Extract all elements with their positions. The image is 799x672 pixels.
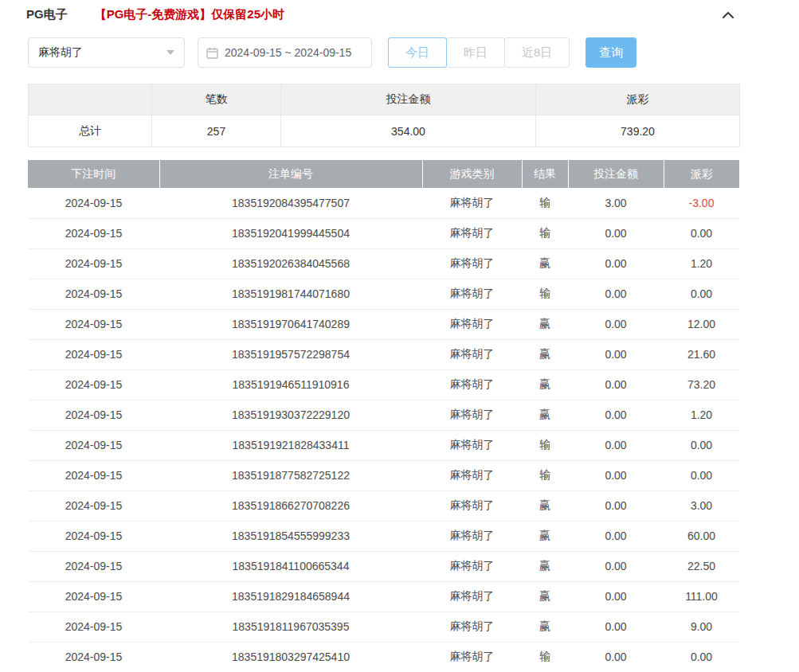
order-id-cell: 1835191930372229120: [159, 400, 422, 430]
bet-date-cell: 2024-09-15: [28, 490, 159, 521]
order-id-cell: 1835191803297425410: [159, 642, 422, 672]
bet-date-cell: 2024-09-15: [28, 279, 159, 309]
quick-range-group: 今日 昨日 近8日: [388, 37, 569, 68]
summary-header-row: 笔数 投注金额 派彩: [29, 84, 740, 115]
bet-date-cell: 2024-09-15: [28, 188, 159, 218]
table-row: 2024-09-151835191946511910916麻将胡了赢0.0073…: [28, 369, 739, 400]
table-row: 2024-09-151835191854555999233麻将胡了赢0.0060…: [28, 521, 739, 551]
bet-date-cell: 2024-09-15: [28, 460, 159, 490]
summary-total-payout: 739.20: [536, 115, 740, 147]
payout-cell: 60.00: [664, 521, 739, 551]
result-cell: 赢: [522, 309, 568, 339]
bet-amount-cell: 0.00: [568, 460, 664, 490]
table-row: 2024-09-151835191803297425410麻将胡了输0.000.…: [28, 642, 739, 672]
game-type-cell: 麻将胡了: [422, 551, 522, 581]
summary-total-label: 总计: [29, 115, 152, 147]
table-row: 2024-09-151835191970641740289麻将胡了赢0.0012…: [28, 309, 739, 339]
table-row: 2024-09-151835192084395477507麻将胡了输3.00-3…: [28, 188, 739, 218]
order-id-cell: 1835191866270708226: [159, 490, 422, 521]
result-cell: 输: [522, 642, 568, 672]
bet-table-header-row: 下注时间 注单编号 游戏类别 结果 投注金额 派彩: [28, 160, 739, 188]
order-id-cell: 1835191981744071680: [159, 279, 422, 309]
game-type-cell: 麻将胡了: [422, 642, 522, 672]
result-cell: 赢: [522, 339, 568, 369]
table-row: 2024-09-151835191921828433411麻将胡了输0.000.…: [28, 430, 739, 460]
payout-cell: 12.00: [664, 309, 739, 339]
bet-date-cell: 2024-09-15: [28, 611, 159, 642]
panel-notice: 【PG电子-免费游戏】仅保留25小时: [95, 7, 284, 22]
order-id-cell: 1835191957572298754: [159, 339, 422, 369]
bet-amount-cell: 0.00: [568, 490, 664, 521]
game-type-cell: 麻将胡了: [422, 430, 522, 460]
payout-cell: 0.00: [664, 642, 739, 672]
game-select[interactable]: 麻将胡了: [28, 37, 185, 68]
order-id-cell: 1835191921828433411: [159, 430, 422, 460]
result-cell: 输: [522, 460, 568, 490]
result-cell: 输: [522, 279, 568, 309]
result-cell: 赢: [522, 248, 568, 279]
order-id-cell: 1835192026384045568: [159, 248, 422, 279]
summary-total-bet-amount: 354.00: [281, 115, 536, 147]
payout-cell: 73.20: [664, 369, 739, 400]
bet-amount-cell: 0.00: [568, 400, 664, 430]
payout-cell: 3.00: [664, 490, 739, 521]
order-id-cell: 1835191946511910916: [159, 369, 422, 400]
order-id-cell: 1835191854555999233: [159, 521, 422, 551]
search-button[interactable]: 查询: [586, 37, 636, 68]
summary-header-bet-amount: 投注金额: [281, 84, 536, 115]
bet-date-cell: 2024-09-15: [28, 551, 159, 581]
quick-button-today[interactable]: 今日: [388, 37, 447, 68]
game-type-cell: 麻将胡了: [422, 581, 522, 611]
game-type-cell: 麻将胡了: [422, 521, 522, 551]
table-row: 2024-09-151835191957572298754麻将胡了赢0.0021…: [28, 339, 739, 369]
quick-button-last8days[interactable]: 近8日: [504, 37, 570, 68]
chevron-down-icon: [166, 50, 174, 55]
game-type-cell: 麻将胡了: [422, 490, 522, 521]
game-type-cell: 麻将胡了: [422, 460, 522, 490]
bet-amount-cell: 3.00: [568, 188, 664, 218]
table-row: 2024-09-151835191930372229120麻将胡了赢0.001.…: [28, 400, 739, 430]
order-id-cell: 1835192084395477507: [159, 188, 422, 218]
bet-amount-cell: 0.00: [568, 248, 664, 279]
header-result: 结果: [522, 160, 568, 188]
bet-date-cell: 2024-09-15: [28, 581, 159, 611]
payout-cell: 1.20: [664, 248, 739, 279]
collapse-panel-button[interactable]: [721, 9, 735, 21]
order-id-cell: 1835191970641740289: [159, 309, 422, 339]
bet-date-cell: 2024-09-15: [28, 339, 159, 369]
bet-amount-cell: 0.00: [568, 339, 664, 369]
summary-header-count: 笔数: [152, 84, 281, 115]
bet-amount-cell: 0.00: [568, 521, 664, 551]
date-range-value: 2024-09-15 ~ 2024-09-15: [225, 46, 351, 59]
payout-cell: 21.60: [664, 339, 739, 369]
bet-date-cell: 2024-09-15: [28, 309, 159, 339]
result-cell: 赢: [522, 369, 568, 400]
result-cell: 输: [522, 430, 568, 460]
order-id-cell: 1835191811967035395: [159, 611, 422, 642]
payout-cell: 0.00: [664, 218, 739, 248]
bet-amount-cell: 0.00: [568, 642, 664, 672]
game-type-cell: 麻将胡了: [422, 218, 522, 248]
bet-date-cell: 2024-09-15: [28, 369, 159, 400]
summary-header-empty: [29, 84, 152, 115]
bet-amount-cell: 0.00: [568, 581, 664, 611]
bet-amount-cell: 0.00: [568, 611, 664, 642]
date-range-input[interactable]: 2024-09-15 ~ 2024-09-15: [198, 37, 372, 68]
game-type-cell: 麻将胡了: [422, 369, 522, 400]
bet-table-body: 2024-09-151835192084395477507麻将胡了输3.00-3…: [28, 188, 739, 672]
summary-total-count: 257: [152, 115, 281, 147]
payout-cell: 0.00: [664, 430, 739, 460]
bet-date-cell: 2024-09-15: [28, 218, 159, 248]
table-row: 2024-09-151835192041999445504麻将胡了输0.000.…: [28, 218, 739, 248]
header-bet-amount: 投注金额: [568, 160, 664, 188]
calendar-icon: [206, 47, 218, 59]
header-game-type: 游戏类别: [422, 160, 522, 188]
panel-title: PG电子: [26, 7, 68, 22]
result-cell: 赢: [522, 551, 568, 581]
result-cell: 赢: [522, 611, 568, 642]
order-id-cell: 1835191829184658944: [159, 581, 422, 611]
quick-button-yesterday[interactable]: 昨日: [446, 37, 505, 68]
table-row: 2024-09-151835191841100665344麻将胡了赢0.0022…: [28, 551, 739, 581]
bet-date-cell: 2024-09-15: [28, 642, 159, 672]
filter-bar: 麻将胡了 2024-09-15 ~ 2024-09-15 今日 昨日 近8日 查…: [28, 37, 799, 68]
